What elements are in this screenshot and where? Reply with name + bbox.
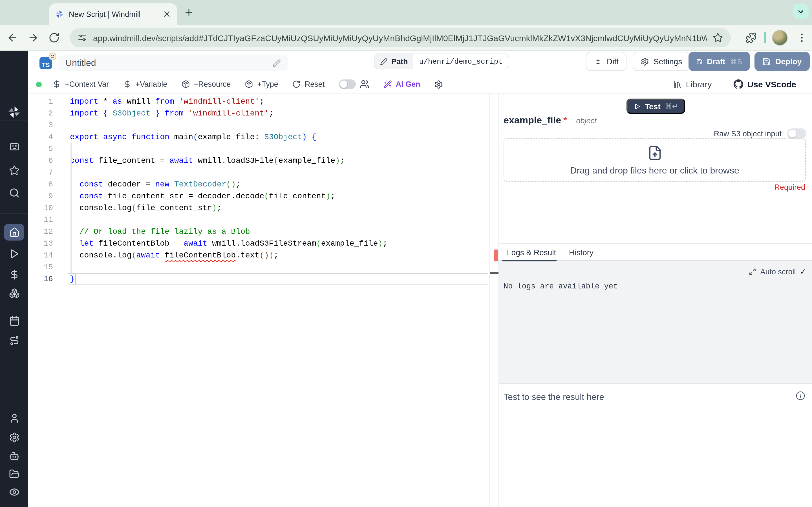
expand-icon[interactable] bbox=[749, 268, 756, 275]
info-icon[interactable] bbox=[796, 391, 805, 400]
line-number: 10 bbox=[28, 202, 53, 214]
raw-s3-toggle[interactable] bbox=[787, 128, 806, 138]
code-line[interactable]: const file_content = await wmill.loadS3F… bbox=[70, 155, 388, 167]
line-number: 7 bbox=[28, 167, 53, 179]
code-line[interactable] bbox=[70, 119, 388, 131]
path-value: u/henri/demo_script bbox=[414, 54, 508, 69]
sidebar-item-resources[interactable] bbox=[4, 284, 24, 301]
draft-shortcut: ⌘S bbox=[730, 57, 742, 66]
search-icon bbox=[9, 187, 19, 198]
code-line[interactable] bbox=[70, 214, 388, 226]
raw-s3-row: Raw S3 object input bbox=[714, 128, 806, 138]
user-icon bbox=[9, 413, 19, 424]
code-line[interactable]: import * as wmill from 'windmill-client'… bbox=[70, 96, 388, 108]
resource-label: +Resource bbox=[194, 80, 231, 89]
code-line[interactable]: export async function main(example_file:… bbox=[70, 131, 388, 143]
sidebar-item-workers[interactable] bbox=[4, 447, 24, 464]
windmill-logo[interactable] bbox=[7, 105, 21, 119]
settings-button[interactable]: Settings bbox=[633, 52, 690, 71]
sidebar-item-settings[interactable] bbox=[4, 429, 24, 446]
path-chip[interactable]: Path u/henri/demo_script bbox=[374, 54, 509, 69]
add-type-button[interactable]: +Type bbox=[245, 80, 278, 89]
code-line[interactable]: // Or load the file lazily as a Blob bbox=[70, 226, 388, 238]
sidebar-item-search[interactable] bbox=[4, 184, 24, 201]
edit-title-icon[interactable] bbox=[272, 59, 281, 67]
test-button[interactable]: Test ⌘↵ bbox=[626, 99, 685, 114]
back-button[interactable] bbox=[7, 32, 18, 43]
logs-area: Auto scroll ✓ No logs are available yet bbox=[499, 262, 812, 383]
dollar-icon bbox=[52, 80, 61, 89]
route-icon bbox=[9, 335, 19, 346]
deploy-button[interactable]: Deploy bbox=[755, 52, 809, 71]
code-content[interactable]: import * as wmill from 'windmill-client'… bbox=[70, 96, 388, 507]
code-line[interactable] bbox=[70, 262, 388, 273]
reset-button[interactable]: Reset bbox=[292, 80, 325, 89]
package-icon bbox=[181, 80, 190, 89]
browser-menu-icon[interactable] bbox=[796, 32, 808, 43]
auto-scroll-control[interactable]: Auto scroll ✓ bbox=[749, 267, 806, 276]
save-icon bbox=[762, 57, 771, 66]
profile-avatar[interactable] bbox=[772, 30, 788, 46]
preview-panel: Test ⌘↵ example_file * object Raw S3 obj… bbox=[499, 94, 812, 507]
add-context-var-button[interactable]: +Context Var bbox=[52, 80, 109, 89]
code-line[interactable]: const decoder = new TextDecoder(); bbox=[70, 179, 388, 190]
draft-button[interactable]: Draft ⌘S bbox=[689, 52, 750, 71]
auto-scroll-checkmark[interactable]: ✓ bbox=[800, 267, 806, 276]
ai-gen-button[interactable]: AI Gen bbox=[383, 80, 420, 89]
line-number: 14 bbox=[28, 249, 53, 262]
sidebar-item-favorites[interactable] bbox=[4, 162, 24, 179]
sidebar-item-users[interactable] bbox=[4, 409, 24, 427]
windmill-favicon bbox=[55, 10, 64, 18]
sidebar-item-audit-logs[interactable] bbox=[4, 483, 24, 500]
github-icon bbox=[734, 79, 744, 89]
add-resource-button[interactable]: +Resource bbox=[181, 80, 231, 89]
sidebar-item-home[interactable] bbox=[4, 224, 24, 240]
code-line[interactable]: const file_content_str = decoder.decode(… bbox=[70, 190, 388, 202]
new-tab-button[interactable] bbox=[184, 7, 194, 17]
editor-settings-icon[interactable] bbox=[434, 80, 443, 89]
code-line[interactable]: console.log(file_content_str); bbox=[70, 202, 388, 214]
close-tab-icon[interactable] bbox=[162, 10, 171, 18]
code-line[interactable]: let fileContentBlob = await wmill.loadS3… bbox=[70, 238, 388, 249]
add-variable-button[interactable]: +Variable bbox=[123, 80, 167, 89]
sidebar-item-variables[interactable] bbox=[4, 266, 24, 283]
code-line[interactable] bbox=[70, 143, 388, 155]
sidebar-item-runs[interactable] bbox=[4, 245, 24, 262]
type-label: +Type bbox=[257, 80, 278, 89]
code-editor[interactable]: 12345678910111213141516 import * as wmil… bbox=[28, 94, 499, 507]
tab-logs-result[interactable]: Logs & Result bbox=[507, 244, 556, 261]
extensions-icon[interactable] bbox=[746, 32, 757, 43]
bookmark-icon[interactable] bbox=[713, 33, 723, 43]
code-line[interactable]: import { S3Object } from 'windmill-clien… bbox=[70, 108, 388, 119]
sidebar-item-apps[interactable] bbox=[4, 138, 24, 155]
script-title-input[interactable]: Untitled bbox=[59, 55, 288, 71]
code-line[interactable]: console.log(await fileContentBlob.text()… bbox=[70, 249, 388, 262]
sidebar-item-folders[interactable] bbox=[4, 465, 24, 482]
address-bar[interactable]: app.windmill.dev/scripts/add#JTdCJTIyaGF… bbox=[70, 28, 731, 47]
diff-icon bbox=[594, 57, 602, 66]
diff-button[interactable]: Diff bbox=[586, 52, 626, 71]
file-dropzone[interactable]: Drag and drop files here or click to bro… bbox=[504, 138, 806, 182]
browser-tab[interactable]: New Script | Windmill bbox=[49, 3, 177, 25]
overview-ruler-error-marker bbox=[494, 249, 498, 262]
multiplayer-toggle[interactable] bbox=[339, 79, 356, 89]
tab-search-button[interactable] bbox=[793, 4, 809, 19]
url-text[interactable]: app.windmill.dev/scripts/add#JTdCJTIyaGF… bbox=[93, 33, 707, 43]
raw-s3-label: Raw S3 object input bbox=[714, 129, 781, 138]
use-vscode-button[interactable]: Use VScode bbox=[734, 79, 796, 89]
library-button[interactable]: Library bbox=[673, 79, 712, 89]
sidebar-item-schedules[interactable] bbox=[4, 312, 24, 329]
reload-button[interactable] bbox=[49, 32, 60, 43]
gear-icon bbox=[9, 432, 19, 443]
library-icon bbox=[673, 80, 682, 89]
edit-path-icon bbox=[380, 58, 388, 65]
sidebar bbox=[0, 51, 28, 507]
code-line[interactable] bbox=[70, 167, 388, 179]
tab-history[interactable]: History bbox=[569, 244, 594, 261]
sidebar-item-routes[interactable] bbox=[4, 332, 24, 349]
eye-icon bbox=[9, 487, 19, 497]
users-icon bbox=[359, 79, 369, 89]
forward-button[interactable] bbox=[28, 32, 39, 43]
path-label-section: Path bbox=[374, 54, 414, 69]
site-settings-icon[interactable] bbox=[78, 33, 87, 42]
